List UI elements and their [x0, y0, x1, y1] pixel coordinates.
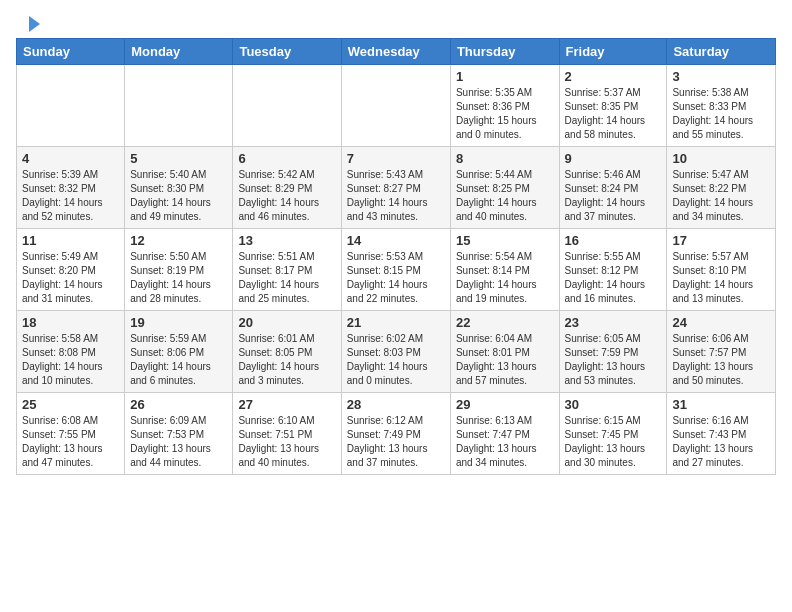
- day-info: Sunrise: 5:59 AM Sunset: 8:06 PM Dayligh…: [130, 332, 227, 388]
- day-info: Sunrise: 5:53 AM Sunset: 8:15 PM Dayligh…: [347, 250, 445, 306]
- day-info: Sunrise: 5:37 AM Sunset: 8:35 PM Dayligh…: [565, 86, 662, 142]
- day-info: Sunrise: 5:35 AM Sunset: 8:36 PM Dayligh…: [456, 86, 554, 142]
- calendar-cell: 4Sunrise: 5:39 AM Sunset: 8:32 PM Daylig…: [17, 147, 125, 229]
- calendar-cell: 12Sunrise: 5:50 AM Sunset: 8:19 PM Dayli…: [125, 229, 233, 311]
- day-info: Sunrise: 5:43 AM Sunset: 8:27 PM Dayligh…: [347, 168, 445, 224]
- calendar-cell: 24Sunrise: 6:06 AM Sunset: 7:57 PM Dayli…: [667, 311, 776, 393]
- calendar-cell: 27Sunrise: 6:10 AM Sunset: 7:51 PM Dayli…: [233, 393, 341, 475]
- calendar-cell: [233, 65, 341, 147]
- day-number: 17: [672, 233, 770, 248]
- day-info: Sunrise: 6:09 AM Sunset: 7:53 PM Dayligh…: [130, 414, 227, 470]
- day-info: Sunrise: 6:13 AM Sunset: 7:47 PM Dayligh…: [456, 414, 554, 470]
- calendar-cell: 17Sunrise: 5:57 AM Sunset: 8:10 PM Dayli…: [667, 229, 776, 311]
- day-number: 14: [347, 233, 445, 248]
- day-number: 16: [565, 233, 662, 248]
- calendar-cell: 22Sunrise: 6:04 AM Sunset: 8:01 PM Dayli…: [450, 311, 559, 393]
- calendar-cell: 14Sunrise: 5:53 AM Sunset: 8:15 PM Dayli…: [341, 229, 450, 311]
- day-number: 10: [672, 151, 770, 166]
- calendar-cell: 6Sunrise: 5:42 AM Sunset: 8:29 PM Daylig…: [233, 147, 341, 229]
- calendar-cell: 3Sunrise: 5:38 AM Sunset: 8:33 PM Daylig…: [667, 65, 776, 147]
- logo: [16, 16, 40, 32]
- calendar-cell: 7Sunrise: 5:43 AM Sunset: 8:27 PM Daylig…: [341, 147, 450, 229]
- calendar-cell: 9Sunrise: 5:46 AM Sunset: 8:24 PM Daylig…: [559, 147, 667, 229]
- calendar-cell: 26Sunrise: 6:09 AM Sunset: 7:53 PM Dayli…: [125, 393, 233, 475]
- calendar-cell: [341, 65, 450, 147]
- weekday-header-saturday: Saturday: [667, 39, 776, 65]
- weekday-header-monday: Monday: [125, 39, 233, 65]
- calendar-week-3: 11Sunrise: 5:49 AM Sunset: 8:20 PM Dayli…: [17, 229, 776, 311]
- day-number: 24: [672, 315, 770, 330]
- svg-marker-0: [29, 16, 40, 32]
- day-info: Sunrise: 6:12 AM Sunset: 7:49 PM Dayligh…: [347, 414, 445, 470]
- day-number: 3: [672, 69, 770, 84]
- day-info: Sunrise: 6:16 AM Sunset: 7:43 PM Dayligh…: [672, 414, 770, 470]
- day-number: 6: [238, 151, 335, 166]
- calendar-cell: 20Sunrise: 6:01 AM Sunset: 8:05 PM Dayli…: [233, 311, 341, 393]
- day-info: Sunrise: 5:55 AM Sunset: 8:12 PM Dayligh…: [565, 250, 662, 306]
- day-info: Sunrise: 6:04 AM Sunset: 8:01 PM Dayligh…: [456, 332, 554, 388]
- day-number: 18: [22, 315, 119, 330]
- weekday-header-thursday: Thursday: [450, 39, 559, 65]
- day-info: Sunrise: 6:01 AM Sunset: 8:05 PM Dayligh…: [238, 332, 335, 388]
- day-info: Sunrise: 5:49 AM Sunset: 8:20 PM Dayligh…: [22, 250, 119, 306]
- day-number: 1: [456, 69, 554, 84]
- calendar-cell: 13Sunrise: 5:51 AM Sunset: 8:17 PM Dayli…: [233, 229, 341, 311]
- day-number: 27: [238, 397, 335, 412]
- calendar-table: SundayMondayTuesdayWednesdayThursdayFrid…: [16, 38, 776, 475]
- day-number: 12: [130, 233, 227, 248]
- day-number: 29: [456, 397, 554, 412]
- day-info: Sunrise: 5:47 AM Sunset: 8:22 PM Dayligh…: [672, 168, 770, 224]
- day-number: 9: [565, 151, 662, 166]
- day-info: Sunrise: 6:05 AM Sunset: 7:59 PM Dayligh…: [565, 332, 662, 388]
- calendar-cell: 23Sunrise: 6:05 AM Sunset: 7:59 PM Dayli…: [559, 311, 667, 393]
- day-number: 20: [238, 315, 335, 330]
- calendar-week-4: 18Sunrise: 5:58 AM Sunset: 8:08 PM Dayli…: [17, 311, 776, 393]
- day-info: Sunrise: 5:51 AM Sunset: 8:17 PM Dayligh…: [238, 250, 335, 306]
- day-info: Sunrise: 5:54 AM Sunset: 8:14 PM Dayligh…: [456, 250, 554, 306]
- day-number: 7: [347, 151, 445, 166]
- calendar-week-1: 1Sunrise: 5:35 AM Sunset: 8:36 PM Daylig…: [17, 65, 776, 147]
- day-number: 11: [22, 233, 119, 248]
- calendar-cell: 18Sunrise: 5:58 AM Sunset: 8:08 PM Dayli…: [17, 311, 125, 393]
- day-info: Sunrise: 5:38 AM Sunset: 8:33 PM Dayligh…: [672, 86, 770, 142]
- day-number: 22: [456, 315, 554, 330]
- calendar-week-2: 4Sunrise: 5:39 AM Sunset: 8:32 PM Daylig…: [17, 147, 776, 229]
- day-info: Sunrise: 5:46 AM Sunset: 8:24 PM Dayligh…: [565, 168, 662, 224]
- calendar-cell: [125, 65, 233, 147]
- weekday-header-row: SundayMondayTuesdayWednesdayThursdayFrid…: [17, 39, 776, 65]
- day-number: 26: [130, 397, 227, 412]
- calendar-cell: [17, 65, 125, 147]
- calendar-cell: 31Sunrise: 6:16 AM Sunset: 7:43 PM Dayli…: [667, 393, 776, 475]
- day-number: 4: [22, 151, 119, 166]
- calendar-cell: 28Sunrise: 6:12 AM Sunset: 7:49 PM Dayli…: [341, 393, 450, 475]
- calendar-cell: 19Sunrise: 5:59 AM Sunset: 8:06 PM Dayli…: [125, 311, 233, 393]
- day-info: Sunrise: 5:42 AM Sunset: 8:29 PM Dayligh…: [238, 168, 335, 224]
- weekday-header-friday: Friday: [559, 39, 667, 65]
- weekday-header-sunday: Sunday: [17, 39, 125, 65]
- logo-flag-icon: [18, 16, 40, 32]
- day-number: 13: [238, 233, 335, 248]
- day-info: Sunrise: 5:40 AM Sunset: 8:30 PM Dayligh…: [130, 168, 227, 224]
- calendar-cell: 11Sunrise: 5:49 AM Sunset: 8:20 PM Dayli…: [17, 229, 125, 311]
- day-number: 5: [130, 151, 227, 166]
- day-info: Sunrise: 5:44 AM Sunset: 8:25 PM Dayligh…: [456, 168, 554, 224]
- day-number: 8: [456, 151, 554, 166]
- calendar-cell: 2Sunrise: 5:37 AM Sunset: 8:35 PM Daylig…: [559, 65, 667, 147]
- day-number: 31: [672, 397, 770, 412]
- calendar-cell: 1Sunrise: 5:35 AM Sunset: 8:36 PM Daylig…: [450, 65, 559, 147]
- calendar-cell: 30Sunrise: 6:15 AM Sunset: 7:45 PM Dayli…: [559, 393, 667, 475]
- day-info: Sunrise: 6:10 AM Sunset: 7:51 PM Dayligh…: [238, 414, 335, 470]
- day-info: Sunrise: 6:02 AM Sunset: 8:03 PM Dayligh…: [347, 332, 445, 388]
- calendar-cell: 29Sunrise: 6:13 AM Sunset: 7:47 PM Dayli…: [450, 393, 559, 475]
- calendar-cell: 10Sunrise: 5:47 AM Sunset: 8:22 PM Dayli…: [667, 147, 776, 229]
- day-number: 19: [130, 315, 227, 330]
- calendar-cell: 25Sunrise: 6:08 AM Sunset: 7:55 PM Dayli…: [17, 393, 125, 475]
- calendar-cell: 5Sunrise: 5:40 AM Sunset: 8:30 PM Daylig…: [125, 147, 233, 229]
- weekday-header-wednesday: Wednesday: [341, 39, 450, 65]
- day-info: Sunrise: 5:39 AM Sunset: 8:32 PM Dayligh…: [22, 168, 119, 224]
- day-number: 30: [565, 397, 662, 412]
- day-info: Sunrise: 5:50 AM Sunset: 8:19 PM Dayligh…: [130, 250, 227, 306]
- day-info: Sunrise: 6:15 AM Sunset: 7:45 PM Dayligh…: [565, 414, 662, 470]
- day-number: 15: [456, 233, 554, 248]
- day-info: Sunrise: 5:58 AM Sunset: 8:08 PM Dayligh…: [22, 332, 119, 388]
